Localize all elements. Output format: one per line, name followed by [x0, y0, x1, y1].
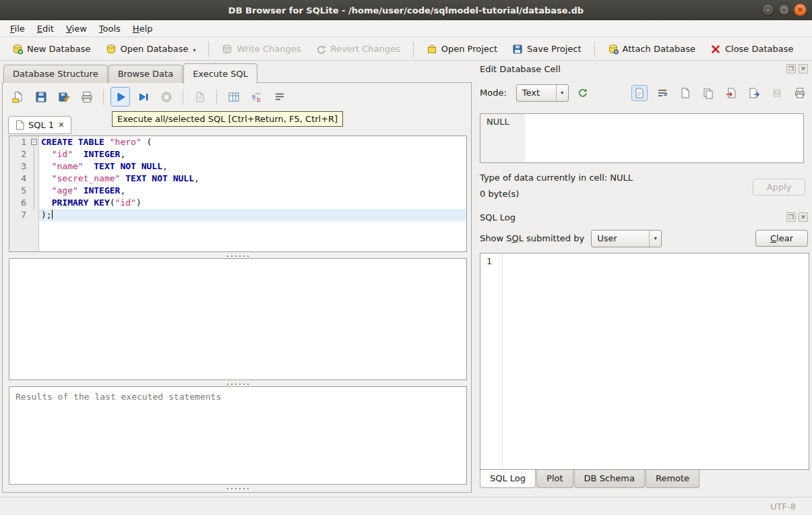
- open-project-button[interactable]: Open Project: [420, 40, 504, 59]
- tab-browse-data[interactable]: Browse Data: [108, 65, 183, 83]
- mode-combobox[interactable]: Text ▾: [516, 84, 569, 102]
- code-line[interactable]: );: [39, 209, 466, 221]
- menu-view[interactable]: View: [60, 22, 93, 36]
- sql-log-float-icon[interactable]: ❐: [786, 212, 796, 222]
- code-segment: [41, 149, 52, 159]
- code-segment: [84, 161, 94, 171]
- fold-collapse-icon[interactable]: –: [31, 139, 37, 145]
- menu-edit[interactable]: Edit: [31, 22, 60, 36]
- edit-cell-float-icon[interactable]: ❐: [786, 64, 796, 73]
- save-project-icon: [512, 44, 523, 55]
- maximize-button[interactable]: □: [778, 3, 790, 16]
- titlebar[interactable]: DB Browser for SQLite - /home/user/code/…: [0, 0, 812, 20]
- dock-tab-plot[interactable]: Plot: [536, 470, 573, 488]
- results-grid[interactable]: [9, 258, 467, 380]
- execute-all-button[interactable]: [111, 87, 130, 107]
- menu-help[interactable]: Help: [127, 22, 159, 36]
- submitted-by-combobox[interactable]: User ▾: [591, 230, 662, 247]
- open-database-menu-arrow[interactable]: ▾: [193, 47, 195, 55]
- sql-document-tab-bar: SQL 1 ✕: [8, 116, 71, 134]
- text-document-icon: [633, 87, 646, 99]
- export-cell-data-button[interactable]: [746, 85, 762, 101]
- dock-tab-db-schema[interactable]: DB Schema: [574, 470, 645, 488]
- sql-log-close-icon[interactable]: ✕: [799, 212, 808, 222]
- splitter-handle[interactable]: [9, 486, 467, 491]
- open-sql-file-button[interactable]: [8, 87, 28, 107]
- close-database-icon: [710, 44, 721, 55]
- text-view-button[interactable]: [631, 85, 648, 101]
- new-database-button[interactable]: New Database: [5, 40, 98, 59]
- attach-database-button[interactable]: Attach Database: [601, 40, 702, 59]
- edit-cell-close-icon[interactable]: ✕: [799, 64, 808, 73]
- apply-button[interactable]: Apply: [753, 179, 805, 195]
- execute-current-line-button[interactable]: [133, 87, 153, 107]
- code-line[interactable]: "secret_name" TEXT NOT NULL,: [39, 173, 466, 185]
- code-segment: [104, 137, 110, 147]
- editor-code[interactable]: CREATE TABLE "hero" ( "id" INTEGER, "nam…: [39, 136, 466, 251]
- dock-tab-sql-log[interactable]: SQL Log: [480, 470, 536, 488]
- results-message-pane[interactable]: Results of the last executed statements: [9, 386, 467, 485]
- stop-execution-button[interactable]: [156, 87, 176, 107]
- minimize-icon: –: [766, 7, 770, 13]
- save-sql-file-as-button[interactable]: [54, 87, 73, 107]
- word-wrap-button[interactable]: [270, 87, 289, 107]
- sql-editor[interactable]: 1234567 – CREATE TABLE "hero" ( "id" INT…: [9, 135, 467, 252]
- main-tab-bar: Database Structure Browse Data Execute S…: [3, 63, 258, 83]
- export-csv-button[interactable]: [190, 87, 210, 107]
- mode-label: Mode:: [480, 88, 507, 98]
- save-results-button[interactable]: [224, 87, 243, 107]
- sql-log-view[interactable]: 1: [480, 253, 809, 470]
- copy-cell-button[interactable]: [700, 85, 716, 101]
- code-segment: [78, 185, 84, 195]
- splitter-handle[interactable]: [9, 253, 467, 258]
- code-line[interactable]: PRIMARY KEY("id"): [39, 197, 466, 209]
- show-sql-label: Show SQL submitted by: [480, 233, 584, 243]
- menu-file[interactable]: File: [4, 22, 31, 36]
- clear-log-button[interactable]: Clear: [755, 230, 808, 247]
- open-database-button[interactable]: Open Database ▾: [99, 40, 203, 59]
- sql-tab-close-icon[interactable]: ✕: [58, 121, 64, 129]
- save-sql-file-button[interactable]: [31, 87, 51, 107]
- line-number: 5: [9, 185, 30, 197]
- menu-tools[interactable]: Tools: [93, 22, 127, 36]
- code-line[interactable]: CREATE TABLE "hero" (: [39, 136, 466, 148]
- code-line[interactable]: "name" TEXT NOT NULL,: [39, 160, 466, 173]
- minimize-button[interactable]: –: [761, 3, 774, 16]
- print-sql-button[interactable]: [77, 87, 96, 107]
- code-line[interactable]: "id" INTEGER,: [39, 148, 466, 160]
- open-in-editor-button[interactable]: [677, 85, 693, 101]
- save-sql-file-icon: [34, 90, 48, 104]
- save-project-button[interactable]: Save Project: [505, 40, 588, 59]
- word-wrap-cell-button[interactable]: [654, 85, 670, 101]
- write-changes-button[interactable]: Write Changes: [215, 40, 307, 59]
- cell-editor[interactable]: NULL: [480, 113, 804, 163]
- sql-log-filter-row: Show SQL submitted by User ▾ Clear: [480, 229, 808, 247]
- code-segment: ,: [194, 173, 199, 183]
- cell-type-text: Type of data currently in cell: NULL: [480, 173, 633, 183]
- find-replace-icon: ab: [250, 90, 263, 104]
- open-in-editor-icon: [679, 87, 691, 99]
- close-database-button[interactable]: Close Database: [704, 40, 801, 59]
- import-cell-data-button[interactable]: [723, 85, 739, 101]
- print-sql-icon: [80, 90, 94, 104]
- close-button[interactable]: ✕: [794, 3, 807, 16]
- tab-database-structure[interactable]: Database Structure: [3, 65, 108, 83]
- open-sql-file-icon: [11, 90, 25, 104]
- content-area: Database Structure Browse Data Execute S…: [0, 61, 812, 497]
- dock-tab-remote[interactable]: Remote: [646, 470, 699, 488]
- print-cell-button[interactable]: [792, 85, 808, 101]
- encoding-indicator[interactable]: UTF-8: [770, 502, 796, 512]
- tab-execute-sql[interactable]: Execute SQL: [183, 63, 257, 84]
- code-line[interactable]: "age" INTEGER,: [39, 185, 466, 197]
- statusbar: UTF-8: [0, 497, 812, 515]
- code-segment: "id": [52, 149, 73, 159]
- execute-sql-panel: ab Execute all/selected SQL [Ctrl+Return…: [2, 82, 472, 493]
- splitter-handle[interactable]: [9, 382, 467, 386]
- cell-text-area[interactable]: [525, 114, 803, 162]
- revert-changes-button[interactable]: Revert Changes: [309, 40, 406, 59]
- sql-document-tab[interactable]: SQL 1 ✕: [8, 116, 71, 134]
- code-segment: "secret_name": [52, 173, 121, 183]
- set-null-button[interactable]: [769, 85, 785, 101]
- find-replace-button[interactable]: ab: [247, 87, 266, 107]
- auto-switch-mode-button[interactable]: [574, 85, 590, 101]
